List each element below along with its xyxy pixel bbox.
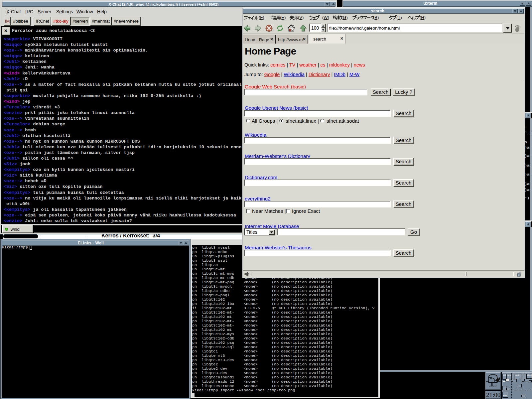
svg-text:(B): (B) [373, 15, 379, 20]
svg-text:(E): (E) [280, 15, 286, 20]
svg-text:(G): (G) [341, 15, 348, 20]
svg-text:(F): (F) [259, 15, 264, 20]
svg-text:(T): (T) [396, 15, 402, 20]
svg-text:(V): (V) [298, 15, 304, 20]
svg-text:(H): (H) [420, 15, 426, 20]
svg-text:(W): (W) [322, 15, 329, 20]
